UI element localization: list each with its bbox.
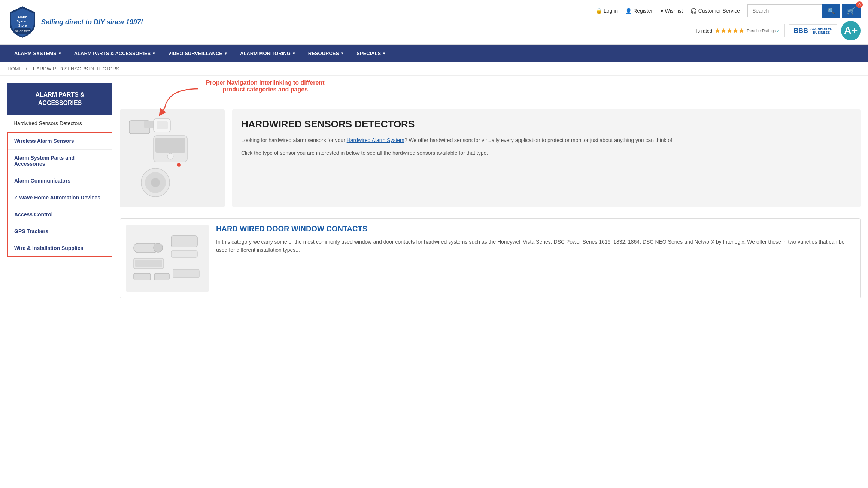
heart-icon: ♥ <box>660 8 663 14</box>
description-paragraph-1: Looking for hardwired alarm sensors for … <box>241 136 852 144</box>
sidebar-item-wire-installation[interactable]: Wire & Installation Supplies <box>8 240 112 256</box>
door-window-contacts-link[interactable]: HARD WIRED DOOR WINDOW CONTACTS <box>216 225 367 233</box>
svg-rect-6 <box>155 138 185 153</box>
headset-icon: 🎧 <box>691 8 697 14</box>
logo-tagline: Selling direct to DIY since 1997! <box>41 18 143 26</box>
sensors-image <box>124 113 221 203</box>
svg-text:Alarm: Alarm <box>18 15 27 19</box>
logo-area: Alarm System Store SINCE 1997 Selling di… <box>7 5 143 39</box>
nav-specials[interactable]: SPECIALS ▾ <box>350 45 392 62</box>
door-contacts-svg <box>130 228 205 288</box>
svg-rect-11 <box>157 121 168 129</box>
user-icon: 👤 <box>625 8 632 14</box>
svg-point-17 <box>154 243 163 252</box>
svg-rect-23 <box>154 273 169 280</box>
sidebar-item-wireless-alarm-sensors[interactable]: Wireless Alarm Sensors <box>8 133 112 150</box>
svg-text:Store: Store <box>18 24 27 27</box>
svg-rect-24 <box>173 269 199 278</box>
sidebar-current-item: Hardwired Sensors Detectors <box>7 115 112 132</box>
page-title: HARDWIRED SENSORS DETECTORS <box>241 118 852 130</box>
sidebar-title: ALARM PARTS &ACCESSORIES <box>35 91 84 106</box>
star-rating: ★★★★★ <box>714 27 744 35</box>
chevron-down-icon: ▾ <box>59 51 61 55</box>
category-desc-text: In this category we carry some of the mo… <box>216 238 854 254</box>
sidebar-item-zwave[interactable]: Z-Wave Home Automation Devices <box>8 189 112 206</box>
ratings-area: is rated ★★★★★ ResellerRatings ✓ BBB ACC… <box>692 21 861 40</box>
search-button[interactable]: 🔍 <box>822 4 840 18</box>
chevron-down-icon: ▾ <box>225 51 227 55</box>
category-title[interactable]: HARD WIRED DOOR WINDOW CONTACTS <box>216 225 854 233</box>
content-top: HARDWIRED SENSORS DETECTORS Looking for … <box>120 109 861 207</box>
main-content: HARDWIRED SENSORS DETECTORS Looking for … <box>120 109 861 298</box>
breadcrumb-home[interactable]: HOME <box>7 66 22 72</box>
lock-icon: 🔒 <box>596 8 602 14</box>
chevron-down-icon: ▾ <box>383 51 385 55</box>
breadcrumb-separator: / <box>26 66 27 72</box>
register-link[interactable]: 👤 Register <box>625 8 653 14</box>
bbb-box: BBB ACCREDITED BUSINESS <box>789 24 837 37</box>
svg-text:System: System <box>16 19 28 23</box>
svg-rect-21 <box>171 251 197 257</box>
wishlist-link[interactable]: ♥ Wishlist <box>660 8 683 14</box>
grade-box: A+ <box>841 21 861 40</box>
sidebar-item-access-control[interactable]: Access Control <box>8 206 112 223</box>
svg-rect-20 <box>171 236 197 247</box>
door-window-contacts-card: HARD WIRED DOOR WINDOW CONTACTS In this … <box>120 218 861 298</box>
description-paragraph-2: Click the type of sensor you are interes… <box>241 149 852 157</box>
annotation-text: Proper Navigation Interlinking to differ… <box>206 79 324 93</box>
reseller-logo: ResellerRatings ✓ <box>747 28 780 33</box>
svg-rect-19 <box>135 260 162 267</box>
site-header: Alarm System Store SINCE 1997 Selling di… <box>0 0 868 45</box>
door-contacts-image <box>126 225 209 292</box>
page-content: ALARM PARTS &ACCESSORIES Hardwired Senso… <box>0 76 868 313</box>
svg-point-14 <box>151 178 160 187</box>
category-description: HARD WIRED DOOR WINDOW CONTACTS In this … <box>216 225 854 292</box>
login-link[interactable]: 🔒 Log in <box>596 8 618 14</box>
verified-icon: ✓ <box>777 28 780 33</box>
svg-point-7 <box>167 153 173 159</box>
breadcrumb: HOME / HARDWIRED SENSORS DETECTORS <box>0 62 868 76</box>
nav-resources[interactable]: RESOURCES ▾ <box>301 45 350 62</box>
cart-button[interactable]: 🛒 0 <box>842 4 861 18</box>
sidebar-header: ALARM PARTS &ACCESSORIES <box>7 83 112 115</box>
hardwired-alarm-system-link[interactable]: Hardwired Alarm System <box>347 137 404 143</box>
content-with-annotation: Proper Navigation Interlinking to differ… <box>120 83 861 306</box>
search-area: 🔍 🛒 0 <box>747 4 861 18</box>
svg-point-15 <box>177 163 181 167</box>
nav-alarm-systems[interactable]: ALARM SYSTEMS ▾ <box>7 45 67 62</box>
breadcrumb-current: HARDWIRED SENSORS DETECTORS <box>33 66 119 72</box>
sidebar: ALARM PARTS &ACCESSORIES Hardwired Senso… <box>7 83 112 306</box>
header-right: 🔒 Log in 👤 Register ♥ Wishlist 🎧 Custome… <box>596 4 861 40</box>
sidebar-item-alarm-communicators[interactable]: Alarm Communicators <box>8 172 112 189</box>
nav-alarm-monitoring[interactable]: ALARM MONITORING ▾ <box>233 45 301 62</box>
svg-rect-22 <box>134 273 151 280</box>
bbb-text: BBB <box>793 27 808 35</box>
sidebar-links: Wireless Alarm Sensors Alarm System Part… <box>7 132 112 257</box>
cart-badge: 0 <box>856 1 863 8</box>
chevron-down-icon: ▾ <box>293 51 295 55</box>
annotation-arrow <box>157 87 202 117</box>
logo-shield-icon: Alarm System Store SINCE 1997 <box>7 5 37 39</box>
main-nav: ALARM SYSTEMS ▾ ALARM PARTS & ACCESSORIE… <box>0 45 868 62</box>
sidebar-item-gps-trackers[interactable]: GPS Trackers <box>8 223 112 240</box>
chevron-down-icon: ▾ <box>153 51 155 55</box>
chevron-down-icon: ▾ <box>341 51 343 55</box>
search-input[interactable] <box>747 4 822 17</box>
bbb-accredited-label: ACCREDITED BUSINESS <box>810 27 832 34</box>
nav-alarm-parts[interactable]: ALARM PARTS & ACCESSORIES ▾ <box>67 45 161 62</box>
header-nav-links: 🔒 Log in 👤 Register ♥ Wishlist 🎧 Custome… <box>596 4 861 18</box>
svg-text:SINCE 1997: SINCE 1997 <box>15 30 30 33</box>
nav-video-surveillance[interactable]: VIDEO SURVEILLANCE ▾ <box>161 45 233 62</box>
reseller-rating-box: is rated ★★★★★ ResellerRatings ✓ <box>692 24 785 37</box>
bbb-seal: BBB <box>793 27 808 35</box>
product-image <box>120 109 225 207</box>
annotation: Proper Navigation Interlinking to differ… <box>157 79 324 117</box>
sidebar-item-alarm-system-parts[interactable]: Alarm System Parts and Accessories <box>8 150 112 172</box>
description-box: HARDWIRED SENSORS DETECTORS Looking for … <box>232 109 861 207</box>
customer-service-link[interactable]: 🎧 Customer Service <box>691 8 740 14</box>
